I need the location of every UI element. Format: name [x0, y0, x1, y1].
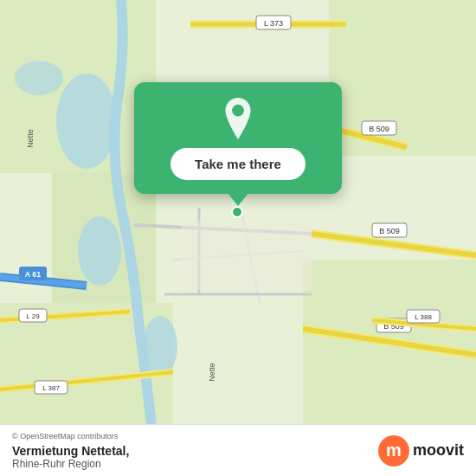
- moovit-icon: m: [378, 435, 409, 466]
- place-region: Rhine-Ruhr Region: [12, 458, 378, 470]
- location-pin-icon: [217, 98, 259, 139]
- svg-point-51: [232, 105, 244, 117]
- svg-text:B 509: B 509: [379, 227, 400, 235]
- moovit-brand-text: moovit: [413, 441, 464, 460]
- svg-point-8: [143, 316, 177, 376]
- take-me-there-button[interactable]: Take me there: [170, 148, 306, 180]
- svg-rect-49: [182, 221, 312, 290]
- map-background: L 373 B 509 B 509 B 509 A 61 L 29 L 387: [0, 0, 476, 424]
- place-name: Vermietung Nettetal,: [12, 444, 378, 458]
- svg-point-7: [78, 216, 121, 286]
- svg-text:L 29: L 29: [26, 312, 40, 320]
- osm-attribution: © OpenStreetMap contributors: [12, 432, 378, 441]
- svg-point-50: [232, 207, 242, 217]
- svg-text:L 373: L 373: [264, 19, 283, 28]
- bottom-bar: © OpenStreetMap contributors Vermietung …: [0, 424, 476, 476]
- svg-point-9: [15, 61, 63, 95]
- svg-text:L 387: L 387: [42, 384, 60, 392]
- map-container: L 373 B 509 B 509 B 509 A 61 L 29 L 387: [0, 0, 476, 424]
- svg-text:Nette: Nette: [26, 129, 35, 148]
- place-info: © OpenStreetMap contributors Vermietung …: [12, 432, 378, 470]
- location-popup: Take me there: [134, 82, 342, 194]
- svg-text:L 388: L 388: [415, 313, 432, 321]
- moovit-logo: m moovit: [378, 435, 464, 466]
- svg-text:B 509: B 509: [369, 125, 389, 133]
- svg-text:A 61: A 61: [25, 270, 42, 279]
- svg-text:Nette: Nette: [208, 363, 216, 382]
- svg-point-6: [56, 74, 117, 169]
